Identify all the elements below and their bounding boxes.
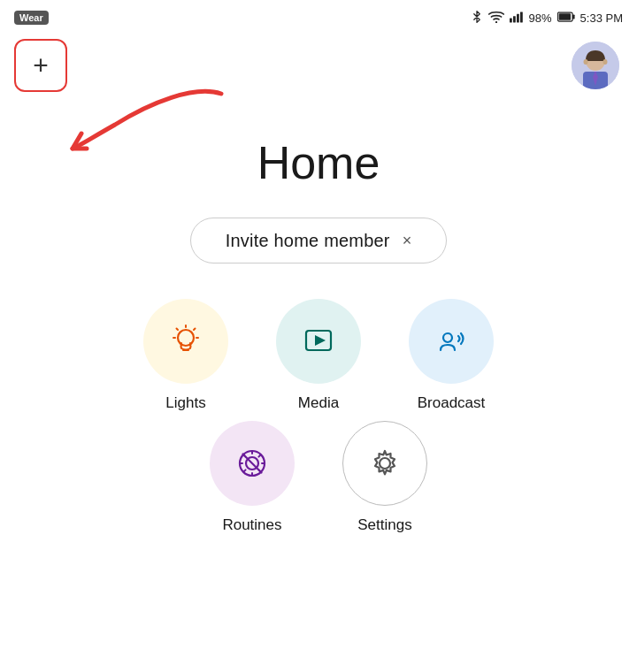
lights-item[interactable]: Lights [137, 299, 234, 412]
svg-rect-6 [572, 14, 575, 19]
routines-label: Routines [222, 516, 281, 534]
settings-circle [342, 421, 427, 506]
close-icon[interactable]: × [403, 233, 412, 248]
svg-point-36 [380, 458, 390, 469]
settings-item[interactable]: Settings [336, 421, 434, 534]
wear-badge: Wear [14, 11, 49, 25]
broadcast-item[interactable]: Broadcast [403, 299, 500, 412]
svg-marker-23 [315, 335, 326, 346]
routines-circle [210, 421, 295, 506]
settings-label: Settings [357, 516, 411, 534]
battery-percentage: 98% [529, 11, 552, 25]
routines-item[interactable]: Routines [203, 421, 301, 534]
lights-label: Lights [165, 394, 205, 412]
invite-pill-text: Invite home member [226, 231, 390, 251]
features-grid: Lights Media [0, 299, 637, 534]
lights-circle [143, 299, 228, 384]
svg-point-0 [495, 20, 496, 22]
signal-icon [510, 11, 524, 26]
svg-point-14 [603, 59, 608, 65]
features-row-1: Lights Media [137, 299, 500, 412]
bluetooth-icon [471, 9, 483, 27]
status-bar: Wear 98% [0, 0, 637, 32]
media-label: Media [298, 394, 339, 412]
battery-icon [557, 11, 575, 25]
media-circle [276, 299, 361, 384]
broadcast-circle [409, 299, 494, 384]
svg-point-24 [443, 333, 452, 342]
add-button[interactable]: + [14, 39, 67, 92]
svg-rect-2 [513, 16, 516, 22]
avatar[interactable] [572, 42, 619, 89]
media-item[interactable]: Media [270, 299, 367, 412]
svg-rect-4 [520, 11, 523, 22]
svg-rect-7 [558, 13, 570, 20]
top-bar: + [0, 32, 637, 92]
status-right: 98% 5:33 PM [471, 9, 623, 27]
svg-point-13 [584, 59, 588, 65]
page-title: Home [0, 136, 637, 189]
svg-rect-1 [510, 18, 512, 22]
features-row-2: Routines Settings [203, 421, 434, 534]
broadcast-label: Broadcast [418, 394, 486, 412]
svg-rect-3 [517, 13, 519, 22]
status-time: 5:33 PM [580, 11, 623, 25]
wifi-icon [488, 11, 504, 26]
svg-point-15 [178, 330, 194, 346]
svg-line-20 [177, 329, 179, 331]
invite-home-member-button[interactable]: Invite home member × [190, 218, 447, 263]
svg-line-18 [194, 329, 196, 331]
